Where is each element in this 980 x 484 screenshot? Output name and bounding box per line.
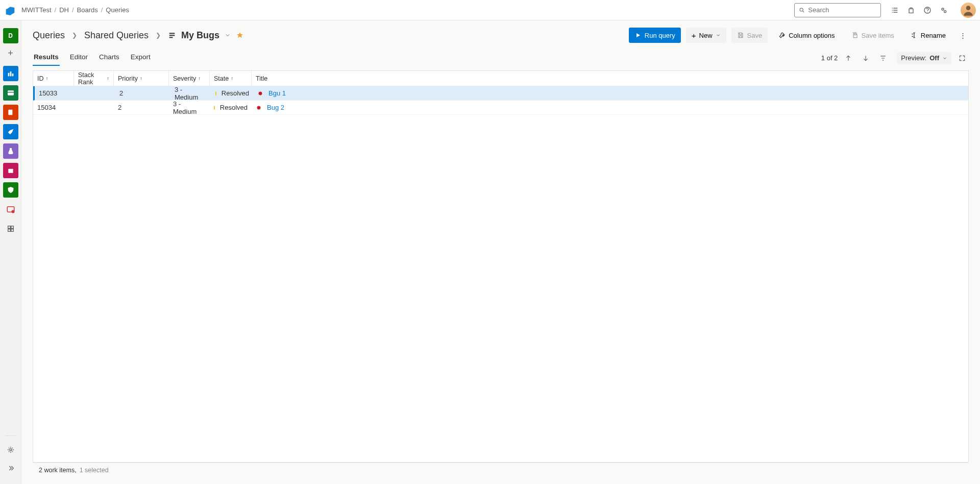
cell-state: Resolved [210,104,252,111]
result-counter: 1 of 2 [821,54,838,62]
filter-button[interactable] [879,55,890,62]
svg-point-1 [942,8,944,10]
status-bar: 2 work items, 1 selected [33,463,969,477]
query-name[interactable]: My Bugs [181,30,219,41]
svg-rect-6 [12,74,13,76]
cell-title[interactable]: Bug 2 [252,104,968,111]
cell-severity: 3 - Medium [170,86,211,101]
breadcrumb-item[interactable]: DH [59,6,69,14]
header-actions: Run query + New Save Column options [629,28,969,43]
chevron-down-icon [716,33,721,38]
nav-repos-icon[interactable] [3,105,18,120]
svg-rect-16 [169,33,175,34]
azure-devops-logo[interactable] [4,4,16,16]
nav-pipelines-icon[interactable] [3,124,18,139]
rename-icon [911,32,918,39]
cell-id: 15034 [33,104,74,111]
tab-export[interactable]: Export [130,50,152,66]
save-all-icon [851,32,859,39]
nav-extension-icon[interactable] [3,221,18,236]
run-query-button[interactable]: Run query [629,28,681,43]
column-header-priority[interactable]: Priority↑ [114,71,169,86]
query-icon [168,31,176,39]
tabs: Results Editor Charts Export 1 of 2 Prev… [33,50,969,66]
marketplace-icon[interactable] [906,6,916,15]
svg-rect-17 [169,35,175,36]
main-content: Queries ❯ Shared Queries ❯ My Bugs Ru [21,20,980,484]
favorite-star-icon[interactable] [236,31,244,39]
fullscreen-button[interactable] [959,55,969,62]
help-icon[interactable] [923,6,932,15]
svg-rect-12 [11,226,13,229]
svg-rect-18 [169,37,173,38]
grid-header: ID↑ Stack Rank↑ Priority↑ Severity↑ Stat… [33,71,968,86]
nav-compliance-icon[interactable] [3,182,18,198]
column-header-id[interactable]: ID↑ [33,71,74,86]
nav-overview-icon[interactable] [3,66,18,81]
nav-artifacts-icon[interactable] [3,163,18,178]
nav-settings-icon[interactable] [3,442,18,457]
table-row[interactable]: 1503423 - MediumResolvedBug 2 [33,101,968,115]
status-items-count: 2 work items, [39,467,77,474]
cell-title[interactable]: Bgu 1 [253,89,968,97]
work-item-link[interactable]: Bug 2 [267,104,284,111]
work-item-link[interactable]: Bgu 1 [268,89,286,97]
cell-priority: 2 [114,104,169,111]
cell-id: 15033 [35,89,76,97]
top-bar: MWITTest / DH / Boards / Queries [0,0,980,20]
svg-rect-14 [11,229,13,232]
nav-boards-icon[interactable] [3,85,18,101]
query-breadcrumb: Queries ❯ Shared Queries ❯ My Bugs [33,30,244,41]
tab-results[interactable]: Results [33,50,60,66]
nav-dashboard-icon[interactable] [3,202,18,217]
breadcrumb-item[interactable]: Boards [77,6,98,14]
nav-collapse-icon[interactable] [3,461,18,476]
status-selected-count: 1 selected [80,467,109,474]
column-header-state[interactable]: State↑ [210,71,252,86]
cell-priority: 2 [115,89,170,97]
svg-rect-5 [10,71,11,76]
top-icons [890,3,976,18]
rename-button[interactable]: Rename [905,28,951,43]
table-row[interactable]: 1503323 - MediumResolvedBgu 1 [33,86,968,101]
nav-testplans-icon[interactable] [3,143,18,159]
search-box[interactable] [794,3,881,17]
page-header: Queries ❯ Shared Queries ❯ My Bugs Ru [33,28,969,43]
next-item-button[interactable] [862,55,872,62]
column-header-title[interactable]: Title [252,71,968,86]
svg-rect-11 [8,226,10,229]
cell-severity: 3 - Medium [169,100,210,115]
column-header-stack-rank[interactable]: Stack Rank↑ [74,71,114,86]
breadcrumb-queries[interactable]: Queries [33,30,65,41]
save-icon [737,32,744,39]
tab-editor[interactable]: Editor [69,50,89,66]
bug-icon [256,105,262,111]
column-options-button[interactable]: Column options [773,28,840,43]
bug-icon [257,90,263,96]
work-items-icon[interactable] [890,6,899,15]
preview-toggle[interactable]: Preview: Off [897,52,951,64]
breadcrumb-item[interactable]: Queries [106,6,129,14]
left-nav: D + [0,20,21,484]
svg-point-3 [966,6,971,10]
chevron-right-icon: ❯ [72,32,77,39]
svg-point-10 [11,210,14,213]
breadcrumb-shared[interactable]: Shared Queries [84,30,149,41]
more-actions-button[interactable]: ⋮ [957,32,969,39]
wrench-icon [778,32,786,39]
user-avatar[interactable] [961,3,976,18]
svg-rect-8 [8,169,13,173]
grid-body: 1503323 - MediumResolvedBgu 11503423 - M… [33,86,968,462]
settings-icon[interactable] [939,6,948,15]
new-button[interactable]: + New [686,28,726,43]
play-icon [634,32,642,39]
chevron-down-icon[interactable] [225,32,231,38]
save-button: Save [731,28,768,43]
breadcrumb-item[interactable]: MWITTest [21,6,52,14]
search-input[interactable] [808,6,876,14]
prev-item-button[interactable] [845,55,855,62]
tab-charts[interactable]: Charts [98,50,120,66]
column-header-severity[interactable]: Severity↑ [169,71,210,86]
add-button[interactable]: + [8,48,13,59]
project-tile[interactable]: D [3,28,18,43]
